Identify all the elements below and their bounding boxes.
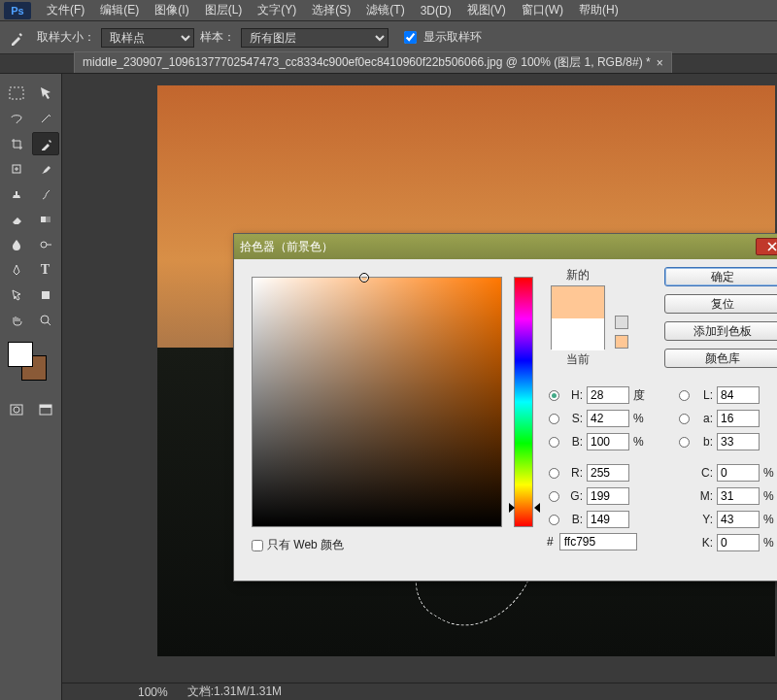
- a-input[interactable]: [717, 410, 760, 427]
- color-libraries-button[interactable]: 颜色库: [664, 349, 777, 368]
- menu-layer[interactable]: 图层(L): [197, 2, 251, 18]
- reset-button[interactable]: 复位: [664, 294, 777, 314]
- zoom-level[interactable]: 100%: [138, 685, 168, 699]
- menu-help[interactable]: 帮助(H): [571, 2, 626, 18]
- h-radio[interactable]: [549, 390, 559, 401]
- hex-row: #: [547, 533, 637, 550]
- healing-brush-tool[interactable]: [3, 157, 30, 181]
- m-unit: %: [763, 489, 777, 503]
- saturation-value-field[interactable]: [252, 277, 502, 527]
- add-swatch-button[interactable]: 添加到色板: [664, 321, 777, 341]
- m-label: M:: [695, 489, 713, 503]
- clone-stamp-tool[interactable]: [3, 183, 30, 206]
- eyedropper-tool[interactable]: [32, 132, 59, 155]
- canvas-area[interactable]: GXI 网 system.com 拾色器（前景色） 新的: [62, 74, 777, 700]
- gamut-warning-icon[interactable]: [615, 316, 628, 329]
- bval-input[interactable]: [587, 433, 629, 450]
- toolbox: T: [0, 74, 62, 700]
- m-input[interactable]: [717, 487, 760, 505]
- y-label: Y:: [695, 513, 713, 526]
- svg-point-4: [41, 242, 47, 248]
- k-input[interactable]: [717, 534, 760, 551]
- h-input[interactable]: [587, 386, 629, 404]
- sample-size-select[interactable]: 取样点: [101, 28, 194, 48]
- menu-window[interactable]: 窗口(W): [514, 2, 571, 18]
- eyedropper-icon[interactable]: [4, 26, 31, 50]
- marquee-tool[interactable]: [3, 82, 30, 105]
- r-input[interactable]: [587, 464, 629, 482]
- zoom-tool[interactable]: [32, 309, 59, 332]
- menu-view[interactable]: 视图(V): [459, 2, 514, 18]
- a-radio[interactable]: [679, 414, 690, 424]
- show-ring-checkbox[interactable]: 显示取样环: [404, 29, 482, 46]
- new-color-swatch[interactable]: [552, 286, 604, 318]
- ok-button[interactable]: 确定: [664, 267, 777, 286]
- dialog-close-button[interactable]: [756, 238, 777, 255]
- menu-image[interactable]: 图像(I): [147, 2, 196, 18]
- history-brush-tool[interactable]: [32, 183, 59, 206]
- new-current-preview: 新的 当前: [549, 267, 607, 370]
- menu-file[interactable]: 文件(F): [39, 2, 92, 18]
- dodge-tool[interactable]: [32, 233, 59, 256]
- brush-tool[interactable]: [32, 157, 59, 181]
- sample-layers-select[interactable]: 所有图层: [241, 28, 388, 48]
- lasso-tool[interactable]: [3, 107, 30, 130]
- sample-size-label: 取样大小：: [37, 29, 95, 46]
- s-input[interactable]: [587, 410, 629, 427]
- move-tool[interactable]: [32, 82, 59, 105]
- app-logo: Ps: [4, 2, 31, 19]
- document-tab[interactable]: middle_230907_10961377702547473_cc8334c9…: [74, 51, 672, 73]
- g-radio[interactable]: [549, 491, 559, 502]
- c-input[interactable]: [717, 464, 760, 482]
- r-label: R:: [565, 466, 583, 480]
- gradient-tool[interactable]: [32, 208, 59, 231]
- shape-tool[interactable]: [32, 283, 59, 307]
- menu-3d[interactable]: 3D(D): [413, 4, 459, 17]
- b2-radio[interactable]: [679, 437, 690, 448]
- y-input[interactable]: [717, 511, 760, 528]
- websafe-swatch[interactable]: [615, 335, 628, 349]
- s-radio[interactable]: [549, 414, 559, 424]
- bval-radio[interactable]: [549, 437, 559, 448]
- menu-type[interactable]: 文字(Y): [250, 2, 304, 18]
- document-tab-bar: middle_230907_10961377702547473_cc8334c9…: [0, 54, 777, 74]
- k-unit: %: [763, 536, 777, 550]
- close-tab-icon[interactable]: ×: [657, 56, 663, 70]
- hue-slider[interactable]: [514, 277, 533, 527]
- l-radio[interactable]: [679, 390, 690, 401]
- g-input[interactable]: [587, 487, 629, 505]
- b2-input[interactable]: [717, 433, 760, 450]
- menu-edit[interactable]: 编辑(E): [92, 2, 147, 18]
- dialog-title-bar[interactable]: 拾色器（前景色）: [234, 234, 777, 259]
- r-radio[interactable]: [549, 468, 559, 479]
- hand-tool[interactable]: [3, 309, 30, 332]
- s-label: S:: [565, 412, 583, 425]
- bl-input[interactable]: [587, 511, 629, 528]
- l-input[interactable]: [717, 386, 760, 404]
- type-tool[interactable]: T: [32, 258, 59, 282]
- svg-rect-5: [42, 291, 50, 299]
- bl-radio[interactable]: [549, 515, 559, 525]
- screen-mode-toggle[interactable]: [32, 398, 59, 421]
- svg-point-8: [14, 407, 19, 413]
- bval-label: B:: [565, 435, 583, 449]
- l-label: L:: [695, 388, 713, 402]
- menu-select[interactable]: 选择(S): [304, 2, 358, 18]
- sample-label: 样本：: [200, 29, 235, 46]
- magic-wand-tool[interactable]: [32, 107, 59, 130]
- quick-mask-toggle[interactable]: [3, 398, 30, 421]
- pen-tool[interactable]: [3, 258, 30, 282]
- foreground-swatch[interactable]: [8, 342, 33, 367]
- svg-point-6: [41, 316, 49, 323]
- color-swatches[interactable]: [8, 342, 47, 381]
- hex-input[interactable]: [559, 533, 637, 550]
- eraser-tool[interactable]: [3, 208, 30, 231]
- crop-tool[interactable]: [3, 132, 30, 155]
- web-colors-only-checkbox[interactable]: 只有 Web 颜色: [252, 537, 344, 553]
- blur-tool[interactable]: [3, 233, 30, 256]
- current-color-swatch[interactable]: [552, 318, 604, 350]
- s-unit: %: [633, 412, 647, 425]
- menu-filter[interactable]: 滤镜(T): [358, 2, 412, 18]
- path-selection-tool[interactable]: [3, 283, 30, 307]
- sv-cursor[interactable]: [359, 273, 369, 283]
